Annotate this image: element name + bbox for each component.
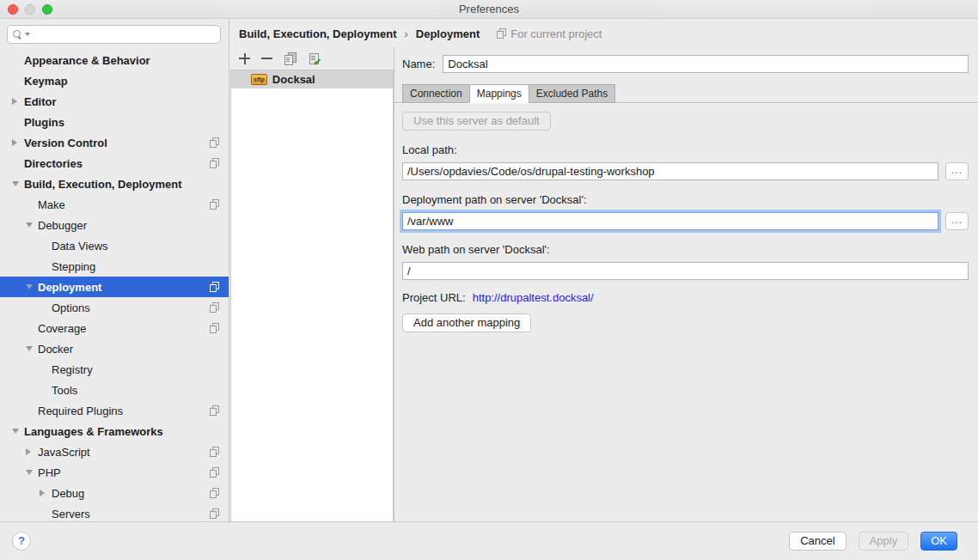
scope-label: For current project	[510, 27, 602, 40]
local-path-browse-button[interactable]: ...	[945, 162, 969, 180]
server-config-panel: Name: Connection Mappings Excluded Paths…	[394, 47, 978, 521]
sidebar-item-registry[interactable]: Registry	[0, 359, 229, 380]
sidebar-item-label: PHP	[38, 466, 61, 479]
server-list-panel: sftp Docksal	[230, 47, 394, 521]
sidebar-item-label: Registry	[52, 363, 93, 376]
apply-button: Apply	[859, 532, 909, 551]
server-list-item-docksal[interactable]: sftp Docksal	[231, 70, 393, 88]
minimize-window-button	[25, 4, 35, 15]
project-scope: For current project	[496, 27, 602, 40]
copy-server-icon[interactable]	[284, 52, 296, 65]
shared-settings-icon	[209, 447, 219, 457]
sidebar-item-label: Plugins	[24, 116, 64, 129]
local-path-label: Local path:	[402, 143, 969, 156]
config-tabs: Connection Mappings Excluded Paths	[402, 84, 978, 103]
sidebar-item-label: JavaScript	[38, 446, 90, 459]
tab-mappings[interactable]: Mappings	[469, 84, 529, 103]
chevron-right-icon[interactable]	[12, 139, 24, 146]
chevron-down-icon[interactable]	[12, 181, 24, 186]
sidebar-item-label: Editor	[24, 95, 57, 108]
sidebar-item-options[interactable]: Options	[0, 297, 229, 318]
sidebar-item-build-execution-deployment[interactable]: Build, Execution, Deployment	[0, 173, 229, 194]
current-project-icon	[496, 28, 506, 39]
titlebar: Preferences	[0, 0, 978, 19]
name-input[interactable]	[443, 55, 969, 73]
server-list: sftp Docksal	[230, 70, 394, 521]
sidebar-item-languages-frameworks[interactable]: Languages & Frameworks	[0, 421, 229, 441]
sidebar-item-keymap[interactable]: Keymap	[0, 70, 229, 91]
web-path-input[interactable]	[402, 262, 969, 280]
sidebar-item-deployment[interactable]: Deployment	[0, 277, 229, 297]
sidebar-item-php[interactable]: PHP	[0, 462, 229, 483]
sidebar-item-javascript[interactable]: JavaScript	[0, 441, 229, 462]
close-window-button[interactable]	[8, 4, 18, 15]
shared-settings-icon	[209, 467, 219, 478]
sidebar-item-label: Languages & Frameworks	[24, 425, 163, 438]
breadcrumb-parent[interactable]: Build, Execution, Deployment	[239, 27, 396, 40]
shared-settings-icon	[209, 302, 219, 313]
breadcrumb: Build, Execution, Deployment › Deploymen…	[230, 20, 978, 47]
sidebar-item-required-plugins[interactable]: Required Plugins	[0, 400, 229, 421]
shared-settings-icon	[209, 488, 219, 498]
shared-settings-icon	[209, 323, 219, 333]
zoom-window-button[interactable]	[42, 4, 52, 15]
use-as-default-icon[interactable]	[308, 52, 321, 65]
local-path-input[interactable]	[402, 162, 938, 180]
chevron-right-icon[interactable]	[26, 448, 38, 455]
settings-search-box[interactable]	[7, 25, 221, 44]
chevron-down-icon[interactable]	[12, 429, 24, 434]
cancel-button[interactable]: Cancel	[789, 532, 846, 551]
sidebar-item-plugins[interactable]: Plugins	[0, 112, 229, 132]
sidebar-item-tools[interactable]: Tools	[0, 380, 229, 400]
project-url-link[interactable]: http://drupaltest.docksal/	[473, 291, 594, 304]
sidebar-item-directories[interactable]: Directories	[0, 153, 229, 173]
sidebar-item-docker[interactable]: Docker	[0, 338, 229, 359]
tab-excluded-paths[interactable]: Excluded Paths	[529, 84, 615, 103]
add-server-icon[interactable]	[239, 53, 250, 64]
deployment-path-input[interactable]	[402, 212, 938, 230]
deployment-path-browse-button[interactable]: ...	[945, 212, 969, 230]
chevron-down-icon[interactable]	[26, 284, 38, 289]
sidebar-item-label: Tools	[52, 384, 77, 397]
sidebar-item-label: Make	[38, 198, 65, 211]
sidebar-item-make[interactable]: Make	[0, 194, 229, 215]
server-toolbar	[230, 47, 394, 70]
shared-settings-icon	[209, 508, 219, 519]
ok-button[interactable]: OK	[920, 532, 957, 551]
chevron-down-icon[interactable]	[26, 470, 38, 475]
main-area: Build, Execution, Deployment › Deploymen…	[230, 20, 978, 521]
sidebar-item-debugger[interactable]: Debugger	[0, 215, 229, 235]
sidebar-item-servers[interactable]: Servers	[0, 503, 229, 521]
project-url-label: Project URL:	[402, 291, 466, 304]
sidebar-item-label: Docker	[38, 343, 73, 356]
add-another-mapping-button[interactable]: Add another mapping	[402, 313, 531, 332]
server-name: Docksal	[272, 73, 315, 86]
search-options-caret-icon[interactable]	[25, 33, 30, 36]
sidebar-item-label: Keymap	[24, 75, 68, 88]
chevron-right-icon[interactable]	[40, 490, 52, 496]
sidebar-item-label: Required Plugins	[38, 405, 123, 417]
sidebar-item-coverage[interactable]: Coverage	[0, 318, 229, 338]
sidebar-item-debug[interactable]: Debug	[0, 483, 229, 503]
sidebar-item-appearance-behavior[interactable]: Appearance & Behavior	[0, 50, 229, 70]
remove-server-icon[interactable]	[261, 53, 272, 64]
web-path-label: Web path on server 'Docksal':	[402, 243, 969, 256]
sidebar-item-stepping[interactable]: Stepping	[0, 256, 229, 277]
help-button[interactable]: ?	[12, 532, 31, 551]
sidebar-item-version-control[interactable]: Version Control	[0, 132, 229, 153]
search-icon	[13, 30, 22, 40]
sidebar-item-label: Data Views	[52, 240, 108, 253]
chevron-down-icon[interactable]	[26, 222, 38, 228]
sidebar-item-label: Appearance & Behavior	[24, 54, 150, 67]
shared-settings-icon	[209, 137, 219, 148]
sidebar-item-data-views[interactable]: Data Views	[0, 235, 229, 256]
chevron-down-icon[interactable]	[26, 346, 38, 351]
sidebar-item-editor[interactable]: Editor	[0, 91, 229, 112]
chevron-right-icon[interactable]	[12, 98, 24, 105]
sidebar-item-label: Deployment	[38, 281, 101, 294]
preferences-window: Preferences Appearance & BehaviorKeymapE…	[0, 0, 978, 560]
tab-connection[interactable]: Connection	[402, 84, 469, 103]
shared-settings-icon	[209, 405, 219, 416]
sidebar-item-label: Coverage	[38, 322, 86, 335]
deployment-path-label: Deployment path on server 'Docksal':	[402, 193, 969, 206]
